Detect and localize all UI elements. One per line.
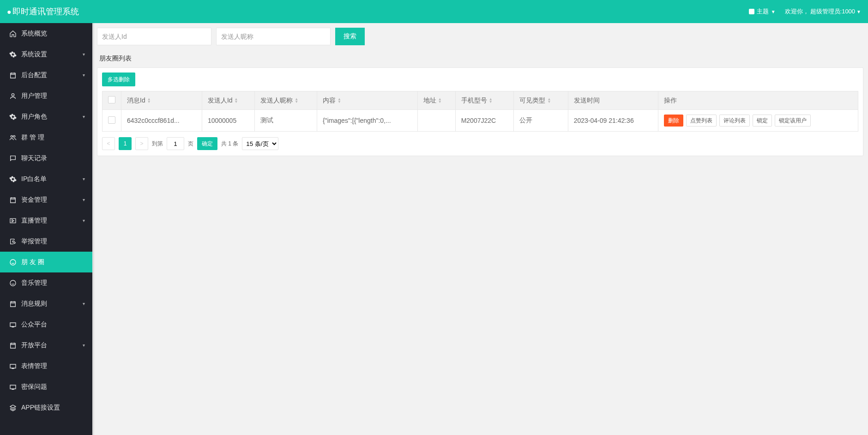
tv-icon — [9, 383, 17, 391]
goto-confirm-button[interactable]: 确定 — [197, 137, 217, 150]
th-sender-id[interactable]: 发送人Id▲▼ — [202, 91, 254, 110]
sidebar-item-label: 用户角色 — [21, 113, 47, 121]
like-list-button[interactable]: 点赞列表 — [686, 115, 717, 127]
page-1-button[interactable]: 1 — [119, 137, 132, 150]
play-icon — [9, 217, 17, 224]
th-sender-id-label: 发送人Id — [208, 97, 233, 105]
th-content[interactable]: 内容▲▼ — [317, 91, 418, 110]
cell-sender-nick: 测试 — [255, 110, 317, 132]
sidebar-item-label: APP链接设置 — [21, 404, 60, 412]
sidebar-item-label: 系统设置 — [21, 50, 47, 59]
th-phone-model[interactable]: 手机型号▲▼ — [455, 91, 514, 110]
th-visible-type[interactable]: 可见类型▲▼ — [514, 91, 568, 110]
app-title: 即时通讯管理系统 — [7, 6, 79, 17]
sidebar-item-label: 朋 友 圈 — [21, 258, 44, 266]
user-icon — [9, 92, 17, 100]
th-address[interactable]: 地址▲▼ — [417, 91, 455, 110]
sidebar-item-18[interactable]: APP链接设置 — [0, 397, 92, 418]
sidebar-item-8[interactable]: 资金管理▾ — [0, 189, 92, 210]
goto-page-input[interactable] — [167, 137, 184, 150]
row-checkbox-cell — [102, 110, 121, 132]
layers-icon — [9, 404, 17, 411]
home-icon — [9, 30, 17, 37]
pagination: < 1 > 到第 页 确定 共 1 条 15 条/页 — [102, 132, 858, 151]
per-page-select[interactable]: 15 条/页 — [242, 137, 278, 150]
next-page-button[interactable]: > — [135, 137, 148, 150]
chevron-down-icon: ▾ — [83, 72, 85, 78]
cell-phone-model: M2007J22C — [455, 110, 514, 132]
sidebar-item-label: 群 管 理 — [21, 133, 44, 142]
caret-down-icon: ▼ — [771, 9, 776, 14]
lock-button[interactable]: 锁定 — [753, 115, 772, 127]
calendar-icon — [9, 300, 17, 308]
prev-page-button[interactable]: < — [102, 137, 115, 150]
sidebar-item-12[interactable]: 音乐管理 — [0, 272, 92, 293]
table-row: 6432c0cccf861d...10000005测试{"images":[{"… — [102, 110, 858, 132]
chevron-down-icon: ▾ — [83, 176, 85, 181]
sidebar-item-6[interactable]: 聊天记录 — [0, 148, 92, 169]
total-count: 共 1 条 — [221, 140, 238, 148]
chevron-down-icon: ▾ — [83, 301, 85, 306]
user-welcome[interactable]: 欢迎你， 超级管理员:1000 ▼ — [785, 7, 861, 16]
sidebar-item-10[interactable]: 举报管理 — [0, 231, 92, 252]
th-msg-id[interactable]: 消息Id▲▼ — [121, 91, 202, 110]
group-icon — [9, 134, 17, 141]
theme-selector[interactable]: 主题 ▼ — [749, 7, 776, 16]
sidebar-item-5[interactable]: 群 管 理 — [0, 127, 92, 148]
row-checkbox[interactable] — [108, 116, 115, 124]
calendar-icon — [9, 342, 17, 349]
sidebar-item-label: 消息规则 — [21, 300, 47, 308]
th-actions-label: 操作 — [664, 97, 677, 104]
sidebar-item-label: 系统概览 — [21, 30, 47, 38]
sidebar-item-11[interactable]: 朋 友 圈 — [0, 252, 92, 272]
page-suffix: 页 — [188, 140, 193, 148]
chevron-down-icon: ▾ — [83, 197, 85, 202]
cell-send-time: 2023-04-09 21:42:36 — [568, 110, 658, 132]
sidebar-item-9[interactable]: 直播管理▾ — [0, 210, 92, 231]
sidebar-item-17[interactable]: 密保问题 — [0, 376, 92, 397]
sender-id-input[interactable] — [97, 28, 211, 45]
comment-list-button[interactable]: 评论列表 — [719, 115, 750, 127]
sidebar-item-2[interactable]: 后台配置▾ — [0, 65, 92, 85]
th-send-time-label: 发送时间 — [574, 97, 600, 104]
svg-point-0 — [10, 260, 16, 265]
data-table: 消息Id▲▼ 发送人Id▲▼ 发送人昵称▲▼ 内容▲▼ 地址▲▼ 手机型号▲▼ … — [102, 91, 858, 132]
multi-delete-button[interactable]: 多选删除 — [102, 72, 135, 86]
theme-label: 主题 — [757, 7, 769, 16]
cell-sender-id: 10000005 — [202, 110, 254, 132]
sidebar-item-4[interactable]: 用户角色▾ — [0, 106, 92, 127]
cell-actions: 删除点赞列表评论列表锁定锁定该用户 — [658, 110, 858, 132]
sidebar-item-15[interactable]: 开放平台▾ — [0, 335, 92, 356]
sidebar-item-label: 举报管理 — [21, 237, 47, 246]
welcome-prefix: 欢迎你， — [785, 7, 809, 16]
main-content: 搜索 朋友圈列表 多选删除 消息Id▲▼ 发送人Id▲▼ 发送人昵称▲▼ 内容▲… — [92, 23, 868, 435]
sidebar-item-7[interactable]: IP白名单▾ — [0, 169, 92, 189]
select-all-checkbox[interactable] — [108, 96, 115, 103]
delete-button[interactable]: 删除 — [664, 115, 683, 127]
sidebar-item-13[interactable]: 消息规则▾ — [0, 293, 92, 314]
sidebar: 系统概览系统设置▾后台配置▾用户管理用户角色▾群 管 理聊天记录IP白名单▾资金… — [0, 23, 92, 435]
sort-icon: ▲▼ — [235, 98, 238, 103]
search-button[interactable]: 搜索 — [335, 28, 365, 45]
sidebar-item-14[interactable]: 公众平台 — [0, 314, 92, 335]
user-name: 超级管理员:1000 — [810, 7, 856, 16]
header-right: 主题 ▼ 欢迎你， 超级管理员:1000 ▼ — [749, 7, 861, 16]
th-sender-nick[interactable]: 发送人昵称▲▼ — [255, 91, 317, 110]
lock-user-button[interactable]: 锁定该用户 — [775, 115, 811, 127]
sidebar-item-3[interactable]: 用户管理 — [0, 85, 92, 106]
sidebar-item-16[interactable]: 表情管理 — [0, 356, 92, 376]
header-left: 即时通讯管理系统 — [7, 6, 79, 17]
sidebar-item-1[interactable]: 系统设置▾ — [0, 44, 92, 65]
sort-icon: ▲▼ — [295, 98, 298, 103]
th-sender-nick-label: 发送人昵称 — [260, 97, 293, 105]
sort-icon: ▲▼ — [338, 98, 341, 103]
sidebar-item-0[interactable]: 系统概览 — [0, 23, 92, 44]
th-address-label: 地址 — [423, 97, 436, 105]
sidebar-item-label: 音乐管理 — [21, 279, 47, 287]
card: 朋友圈列表 多选删除 消息Id▲▼ 发送人Id▲▼ 发送人昵称▲▼ 内容▲▼ 地… — [97, 50, 863, 156]
chevron-down-icon: ▾ — [83, 52, 85, 57]
sender-nick-input[interactable] — [216, 28, 331, 45]
sidebar-item-label: 聊天记录 — [21, 154, 47, 163]
th-actions: 操作 — [658, 91, 858, 110]
th-phone-model-label: 手机型号 — [461, 97, 487, 105]
